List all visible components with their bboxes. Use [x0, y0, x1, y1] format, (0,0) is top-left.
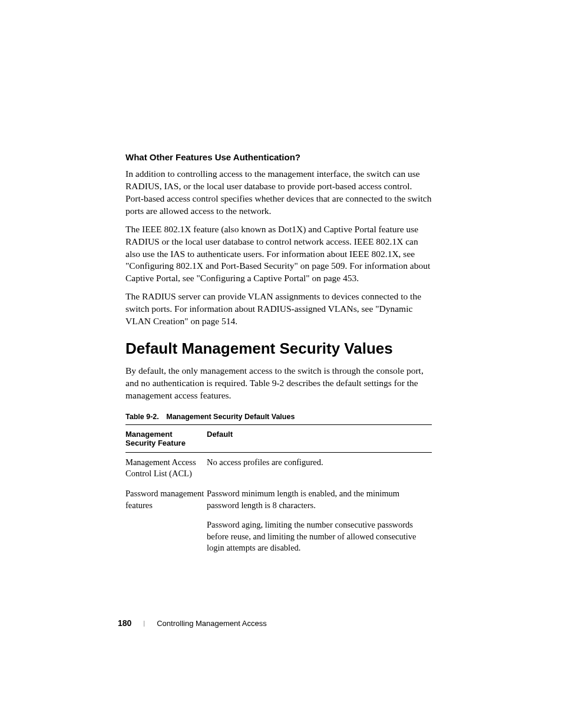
table-cell-feature: [125, 515, 207, 558]
footer-divider: |: [143, 620, 145, 627]
table-row: Password aging, limiting the number cons…: [125, 515, 432, 558]
body-paragraph-4: By default, the only management access t…: [125, 365, 432, 402]
table-caption: Table 9-2. Management Security Default V…: [125, 413, 432, 421]
table-header-feature: Management Security Feature: [125, 424, 207, 452]
table-cell-feature: Password management features: [125, 484, 207, 515]
body-paragraph-3: The RADIUS server can provide VLAN assig…: [125, 291, 432, 328]
footer-section-title: Controlling Management Access: [157, 619, 266, 628]
table-cell-feature: Management Access Control List (ACL): [125, 452, 207, 484]
security-defaults-table: Management Security Feature Default Mana…: [125, 424, 432, 558]
table-cell-default: Password minimum length is enabled, and …: [207, 484, 432, 515]
page-content: What Other Features Use Authentication? …: [125, 152, 432, 558]
page-number: 180: [118, 618, 131, 628]
table-row: Password management features Password mi…: [125, 484, 432, 515]
section-heading: Default Management Security Values: [125, 340, 432, 358]
body-paragraph-2: The IEEE 802.1X feature (also known as D…: [125, 223, 432, 285]
table-header-default: Default: [207, 424, 432, 452]
subsection-heading: What Other Features Use Authentication?: [125, 152, 432, 162]
page-footer: 180 | Controlling Management Access: [118, 618, 267, 628]
table-cell-default: Password aging, limiting the number cons…: [207, 515, 432, 558]
body-paragraph-1: In addition to controlling access to the…: [125, 168, 432, 218]
table-header-row: Management Security Feature Default: [125, 424, 432, 452]
table-row: Management Access Control List (ACL) No …: [125, 452, 432, 484]
table-cell-default: No access profiles are configured.: [207, 452, 432, 484]
